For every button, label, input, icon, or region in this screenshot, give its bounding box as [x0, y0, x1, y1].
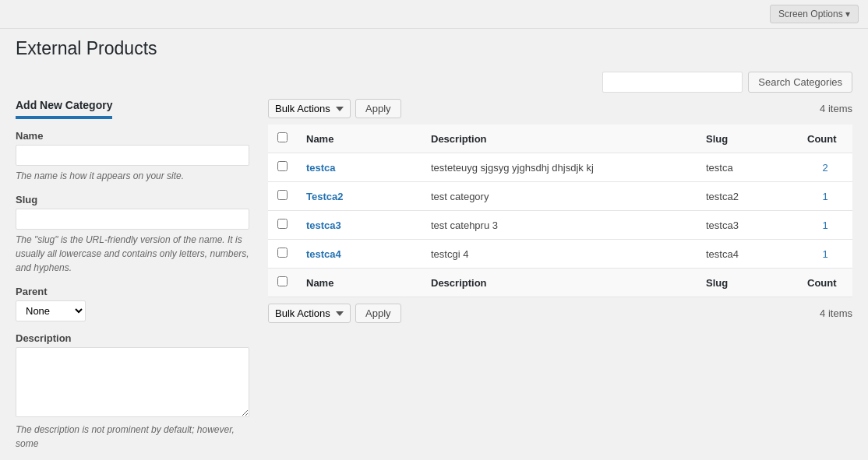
row-name-cell: testca4: [297, 240, 422, 269]
row-checkbox-cell: [268, 211, 297, 240]
slug-hint: The "slug" is the URL-friendly version o…: [16, 233, 249, 275]
row-slug-cell: testca: [697, 153, 798, 182]
footer-description: Description: [422, 269, 697, 297]
apply-top-button[interactable]: Apply: [355, 99, 401, 118]
add-new-category-title: Add New Category: [16, 99, 249, 130]
parent-label: Parent: [16, 286, 249, 297]
footer-checkbox-cell: [268, 269, 297, 297]
bottom-actions-left: Bulk Actions Apply: [268, 304, 401, 323]
screen-options-bar: Screen Options: [0, 0, 868, 29]
row-checkbox-cell: [268, 240, 297, 269]
top-table-actions: Bulk Actions Apply 4 items: [268, 99, 852, 118]
top-actions-left: Bulk Actions Apply: [268, 99, 401, 118]
row-name-cell: testca: [297, 153, 422, 182]
footer-name: Name: [297, 269, 422, 297]
bulk-actions-top-select[interactable]: Bulk Actions: [268, 99, 351, 118]
table-row: testca4testcgi 4testca41: [268, 240, 852, 269]
count-link[interactable]: 1: [822, 248, 827, 260]
parent-select[interactable]: None: [16, 300, 86, 321]
row-count-cell: 1: [798, 240, 852, 269]
table-row: testca3test catehpru 3testca31: [268, 211, 852, 240]
bottom-table-actions: Bulk Actions Apply 4 items: [268, 304, 852, 323]
row-checkbox-cell: [268, 153, 297, 182]
select-all-checkbox-top[interactable]: [277, 132, 288, 142]
name-hint: The name is how it appears on your site.: [16, 169, 249, 183]
row-slug-cell: testca4: [697, 240, 798, 269]
categories-table: Name Description Slug Count testcatestet…: [268, 125, 852, 297]
table-row: testcatesteteuyg sjgsyg yjghsdhj dhjsdjk…: [268, 153, 852, 182]
row-description-cell: testcgi 4: [422, 240, 697, 269]
name-input[interactable]: [16, 145, 249, 166]
row-slug-cell: testca2: [697, 182, 798, 211]
header-name: Name: [297, 125, 422, 153]
description-textarea[interactable]: [16, 347, 249, 417]
slug-form-group: Slug The "slug" is the URL-friendly vers…: [16, 194, 249, 275]
row-count-cell: 1: [798, 182, 852, 211]
category-link[interactable]: testca4: [306, 248, 341, 260]
row-checkbox-1[interactable]: [277, 190, 288, 200]
row-description-cell: testeteuyg sjgsyg yjghsdhj dhjsdjk kj: [422, 153, 697, 182]
category-link[interactable]: testca: [306, 162, 336, 174]
bulk-actions-bottom-select[interactable]: Bulk Actions: [268, 304, 351, 323]
row-count-cell: 1: [798, 211, 852, 240]
page-title: External Products: [0, 29, 868, 65]
items-count-bottom: 4 items: [820, 307, 852, 319]
header-checkbox-cell: [268, 125, 297, 153]
count-link[interactable]: 1: [822, 219, 827, 231]
footer-slug: Slug: [697, 269, 798, 297]
category-link[interactable]: Testca2: [306, 191, 343, 202]
name-label: Name: [16, 130, 249, 142]
search-categories-button[interactable]: Search Categories: [748, 72, 852, 93]
table-row: Testca2test categorytestca21: [268, 182, 852, 211]
description-form-group: Description The description is not promi…: [16, 332, 249, 451]
search-bar: Search Categories: [0, 65, 868, 99]
header-slug: Slug: [697, 125, 798, 153]
row-description-cell: test category: [422, 182, 697, 211]
apply-bottom-button[interactable]: Apply: [355, 304, 401, 323]
screen-options-button[interactable]: Screen Options: [770, 5, 859, 23]
category-link[interactable]: testca3: [306, 219, 341, 231]
footer-count: Count: [798, 269, 852, 297]
row-checkbox-0[interactable]: [277, 161, 288, 171]
header-description: Description: [422, 125, 697, 153]
count-link[interactable]: 1: [822, 191, 827, 202]
description-label: Description: [16, 332, 249, 344]
count-link[interactable]: 2: [822, 162, 827, 174]
row-checkbox-2[interactable]: [277, 219, 288, 229]
description-hint: The description is not prominent by defa…: [16, 423, 249, 451]
row-description-cell: test catehpru 3: [422, 211, 697, 240]
parent-form-group: Parent None: [16, 286, 249, 321]
row-slug-cell: testca3: [697, 211, 798, 240]
row-name-cell: Testca2: [297, 182, 422, 211]
table-header-row: Name Description Slug Count: [268, 125, 852, 153]
search-categories-input[interactable]: [602, 72, 743, 93]
slug-input[interactable]: [16, 209, 249, 230]
right-panel: Bulk Actions Apply 4 items Name Descript…: [268, 99, 852, 460]
header-count: Count: [798, 125, 852, 153]
row-checkbox-3[interactable]: [277, 248, 288, 258]
row-checkbox-cell: [268, 182, 297, 211]
row-name-cell: testca3: [297, 211, 422, 240]
main-layout: Add New Category Name The name is how it…: [0, 99, 868, 460]
name-form-group: Name The name is how it appears on your …: [16, 130, 249, 183]
select-all-checkbox-bottom[interactable]: [277, 276, 288, 286]
table-footer-row: Name Description Slug Count: [268, 269, 852, 297]
items-count-top: 4 items: [820, 103, 852, 114]
left-panel: Add New Category Name The name is how it…: [16, 99, 249, 460]
row-count-cell: 2: [798, 153, 852, 182]
slug-label: Slug: [16, 194, 249, 205]
